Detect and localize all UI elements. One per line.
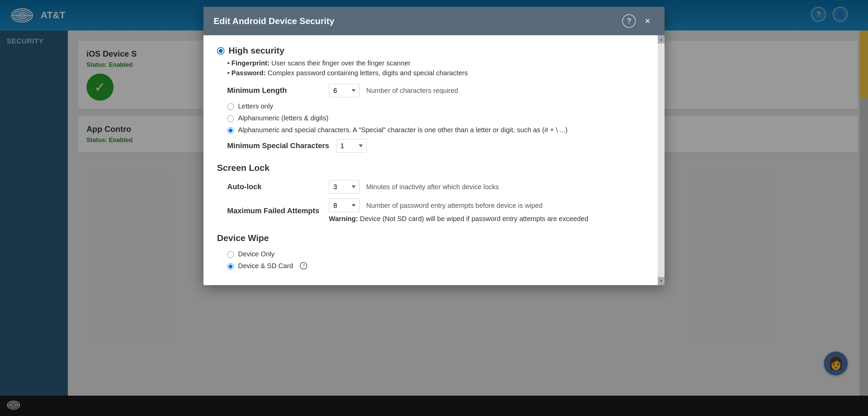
modal-help-button[interactable]: ? <box>622 14 636 28</box>
warning-label: Warning: <box>329 215 358 222</box>
max-failed-hint: Number of password entry attempts before… <box>366 202 542 210</box>
min-special-label: Minimum Special Characters <box>227 141 329 150</box>
warning-text: Warning: Device (Not SD card) will be wi… <box>329 215 588 223</box>
letters-only-radio[interactable] <box>227 103 234 110</box>
auto-lock-hint: Minutes of inactivity after which device… <box>366 183 499 191</box>
modal-overlay: Edit Android Device Security ? × High se… <box>0 0 868 416</box>
scroll-up-arrow[interactable]: ▲ <box>658 35 665 43</box>
fingerprint-label: Fingerprint: <box>232 59 270 67</box>
alphanumeric-label: Alphanumeric (letters & digits) <box>238 114 329 122</box>
password-desc: Complex password containing letters, dig… <box>268 69 468 77</box>
modal-header-icons: ? × <box>622 14 654 28</box>
modal-body: High security • Fingerprint: User scans … <box>203 35 665 285</box>
device-only-option[interactable]: Device Only <box>227 250 651 258</box>
fingerprint-desc: User scans their finger over the finger … <box>271 59 410 67</box>
warning-desc: Device (Not SD card) will be wiped if pa… <box>360 215 588 222</box>
auto-lock-select[interactable]: 3 1 2 5 10 15 <box>329 180 359 194</box>
alphanumeric-radio[interactable] <box>227 115 234 122</box>
high-security-label: High security <box>229 45 284 56</box>
screen-lock-section-title: Screen Lock <box>217 163 651 173</box>
password-type-group: Letters only Alphanumeric (letters & dig… <box>227 102 651 134</box>
device-sd-label: Device & SD Card <box>238 262 293 270</box>
min-length-hint: Number of characters required <box>366 87 458 95</box>
device-only-radio[interactable] <box>227 251 234 258</box>
min-special-select[interactable]: 1 2 3 4 <box>336 139 367 153</box>
max-failed-select[interactable]: 8 4 5 6 7 10 <box>329 199 359 212</box>
device-sd-help-icon[interactable]: ? <box>300 262 307 270</box>
modal-close-button[interactable]: × <box>641 14 654 28</box>
min-length-select[interactable]: 6 4 5 7 8 <box>329 84 359 97</box>
alphanumeric-option[interactable]: Alphanumeric (letters & digits) <box>227 114 651 122</box>
device-sd-radio[interactable] <box>227 263 234 270</box>
password-label: Password: <box>232 69 266 77</box>
min-special-row: Minimum Special Characters 1 2 3 4 <box>227 139 651 153</box>
security-description-list: • Fingerprint: User scans their finger o… <box>227 59 651 77</box>
modal-title: Edit Android Device Security <box>214 16 334 26</box>
min-length-label: Minimum Length <box>227 86 322 95</box>
modal-scrollbar[interactable]: ▲ ▼ <box>658 35 665 285</box>
modal-header: Edit Android Device Security ? × <box>203 7 665 35</box>
device-wipe-title: Device Wipe <box>217 233 651 243</box>
max-failed-label: Maximum Failed Attempts <box>227 206 322 215</box>
edit-security-modal: Edit Android Device Security ? × High se… <box>203 7 665 285</box>
auto-lock-label: Auto-lock <box>227 182 322 191</box>
device-wipe-group: Device Only Device & SD Card ? <box>227 250 651 270</box>
alphanumeric-special-radio[interactable] <box>227 127 234 134</box>
auto-lock-row: Auto-lock 3 1 2 5 10 15 Minutes of inact… <box>227 180 651 194</box>
alphanumeric-special-option[interactable]: Alphanumeric and special characters. A "… <box>227 126 651 134</box>
high-security-radio[interactable] <box>217 47 224 55</box>
password-bullet: • Password: Complex password containing … <box>227 69 651 77</box>
device-wipe-section: Device Wipe Device Only Device & SD Card… <box>217 233 651 270</box>
min-length-row: Minimum Length 6 4 5 7 8 Number of chara… <box>227 84 651 97</box>
letters-only-option[interactable]: Letters only <box>227 102 651 110</box>
max-failed-row: Maximum Failed Attempts 8 4 5 6 7 10 Num… <box>227 199 651 223</box>
high-security-section: High security <box>217 45 651 56</box>
scroll-down-arrow[interactable]: ▼ <box>658 277 665 285</box>
fingerprint-bullet: • Fingerprint: User scans their finger o… <box>227 59 651 67</box>
alphanumeric-special-label: Alphanumeric and special characters. A "… <box>238 126 568 134</box>
letters-only-label: Letters only <box>238 102 273 110</box>
device-only-label: Device Only <box>238 250 275 258</box>
device-sd-option[interactable]: Device & SD Card ? <box>227 262 651 270</box>
